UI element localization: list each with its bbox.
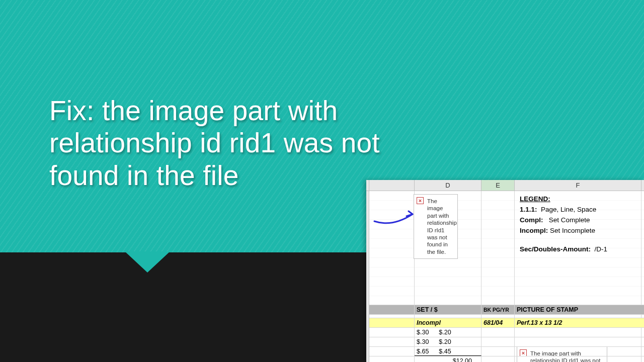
yel-perf: Perf.13 x 13 1/2 [515, 318, 641, 327]
legend-block: LEGEND: 1.1.1: Page, Line, Space Compl: … [515, 191, 641, 257]
total-cell: $12.00 [453, 357, 472, 362]
column-header-row: D E F [366, 180, 644, 191]
broken-image-text: The image part with relationship ID rId1… [427, 198, 457, 255]
legend-incompl-label: Incompl: [520, 227, 548, 234]
col-header-F[interactable]: F [515, 180, 641, 191]
yel-incompl: Incompl [415, 318, 481, 327]
col-header-E[interactable]: E [481, 180, 515, 191]
yel-bkpg: 681/04 [481, 318, 515, 327]
cell: $.45 [439, 348, 451, 355]
cell: $.30 [417, 338, 429, 345]
data-row: $.65$.45 [369, 346, 644, 356]
legend-title: LEGEND: [520, 195, 550, 203]
data-row: $.30$.20 [369, 337, 644, 346]
hdr-bkpgyr: BK PG/YR [481, 305, 515, 314]
table-rows: SET / $ BK PG/YR PICTURE OF STAMP Incomp… [369, 305, 644, 362]
table-header-row: SET / $ BK PG/YR PICTURE OF STAMP [369, 305, 644, 314]
spreadsheet-inset: D E F × The image part with relationship… [366, 180, 644, 362]
legend-sec-value: /D-1 [595, 245, 608, 253]
cell: $.65 [417, 348, 429, 355]
legend-111-value: Page, Line, Space [541, 206, 596, 213]
broken-image-callout: × The image part with relationship ID rI… [414, 194, 458, 259]
broken-image-icon: × [417, 197, 424, 204]
legend-compl-label: Compl: [520, 216, 543, 224]
hdr-picture: PICTURE OF STAMP [515, 305, 641, 314]
data-row: $.30$.20 [369, 327, 644, 337]
legend-compl-value: Set Complete [549, 216, 590, 224]
chevron-pointer [125, 251, 170, 273]
spacer-row [369, 314, 644, 318]
cell: $.20 [439, 338, 451, 345]
col-header-blank [369, 180, 415, 191]
legend-111-label: 1.1.1: [520, 206, 537, 213]
cell: $.30 [417, 329, 429, 336]
col-header-D[interactable]: D [415, 180, 481, 191]
total-row: $12.00 [369, 356, 644, 362]
slide-headline: Fix: the image part with relationship id… [49, 95, 412, 192]
hdr-set: SET / $ [415, 305, 481, 314]
legend-incompl-value: Set Incomplete [550, 227, 595, 234]
highlight-row: Incompl 681/04 Perf.13 x 13 1/2 [369, 318, 644, 327]
legend-sec-label: Sec/Doubles-Amount: [520, 245, 591, 253]
cell: $.20 [439, 329, 451, 336]
